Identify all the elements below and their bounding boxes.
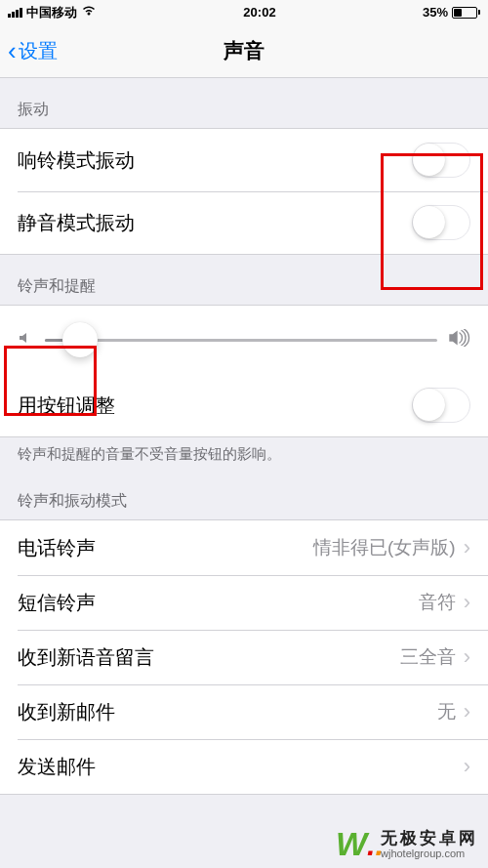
slider-thumb[interactable]	[62, 322, 98, 357]
newmail-cell[interactable]: 收到新邮件 无 ›	[0, 684, 488, 739]
chevron-right-icon: ›	[464, 590, 470, 615]
watermark: W.. 无极安卓网 wjhotelgroup.com	[336, 827, 478, 862]
page-title: 声音	[224, 37, 264, 64]
vibrate-group: 响铃模式振动 静音模式振动	[0, 128, 488, 255]
change-with-buttons-cell: 用按钮调整	[0, 374, 488, 436]
cell-label: 电话铃声	[18, 535, 96, 561]
vibrate-on-silent-cell: 静音模式振动	[0, 191, 488, 254]
ringer-group: 用按钮调整	[0, 305, 488, 437]
watermark-logo-icon: W..	[336, 827, 375, 862]
cell-label: 短信铃声	[18, 590, 96, 616]
volume-slider-cell	[0, 306, 488, 374]
status-right: 35%	[423, 5, 480, 20]
cell-label: 发送邮件	[18, 754, 96, 780]
section-header-ringer: 铃声和提醒	[0, 255, 488, 305]
battery-icon	[452, 7, 480, 19]
change-with-buttons-switch[interactable]	[412, 388, 470, 423]
status-bar: 中国移动 20:02 35%	[0, 0, 488, 24]
vibrate-on-silent-switch[interactable]	[412, 205, 470, 240]
signal-icon	[8, 8, 22, 18]
sentmail-cell[interactable]: 发送邮件 ›	[0, 739, 488, 794]
cell-label: 静音模式振动	[18, 210, 135, 236]
cell-label: 收到新邮件	[18, 699, 115, 725]
wifi-icon	[81, 5, 97, 20]
speaker-high-icon	[449, 329, 470, 351]
carrier-label: 中国移动	[26, 4, 77, 21]
texttone-cell[interactable]: 短信铃声 音符 ›	[0, 575, 488, 630]
cell-value: ›	[456, 754, 470, 779]
vibrate-on-ring-cell: 响铃模式振动	[0, 129, 488, 191]
pattern-group: 电话铃声 情非得已(女声版) › 短信铃声 音符 › 收到新语音留言 三全音 ›…	[0, 519, 488, 795]
vibrate-on-ring-switch[interactable]	[412, 143, 470, 178]
nav-bar: ‹ 设置 声音	[0, 24, 488, 78]
chevron-left-icon: ‹	[8, 38, 17, 63]
battery-percent: 35%	[423, 5, 448, 20]
cell-value: 无 ›	[437, 699, 470, 724]
voicemail-cell[interactable]: 收到新语音留言 三全音 ›	[0, 630, 488, 684]
volume-slider[interactable]	[45, 339, 437, 342]
cell-value: 音符 ›	[419, 590, 470, 615]
back-label: 设置	[19, 38, 58, 64]
back-button[interactable]: ‹ 设置	[0, 38, 58, 64]
watermark-text: 无极安卓网 wjhotelgroup.com	[381, 830, 478, 860]
ringtone-cell[interactable]: 电话铃声 情非得已(女声版) ›	[0, 520, 488, 575]
cell-label: 收到新语音留言	[18, 644, 154, 671]
chevron-right-icon: ›	[464, 699, 470, 724]
speaker-low-icon	[18, 330, 33, 351]
cell-value: 三全音 ›	[400, 644, 470, 670]
cell-label: 响铃模式振动	[18, 147, 135, 174]
section-header-vibrate: 振动	[0, 78, 488, 128]
status-left: 中国移动	[8, 4, 97, 21]
section-footer-ringer: 铃声和提醒的音量不受音量按钮的影响。	[0, 437, 488, 470]
cell-value: 情非得已(女声版) ›	[313, 535, 470, 560]
cell-label: 用按钮调整	[18, 393, 115, 419]
time-label: 20:02	[243, 5, 275, 20]
chevron-right-icon: ›	[464, 535, 470, 560]
chevron-right-icon: ›	[464, 644, 470, 670]
section-header-pattern: 铃声和振动模式	[0, 470, 488, 519]
chevron-right-icon: ›	[464, 754, 470, 779]
